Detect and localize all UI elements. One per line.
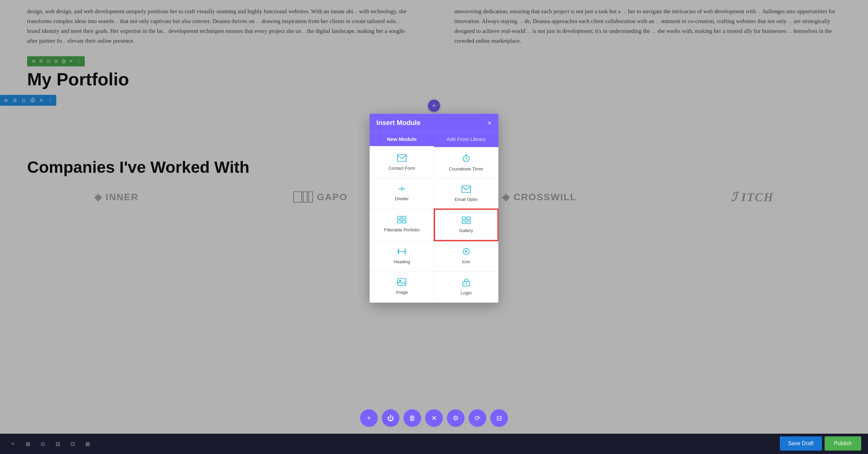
svg-rect-10 xyxy=(398,220,401,223)
svg-rect-15 xyxy=(467,221,470,224)
countdown-timer-label: Countdown Timer xyxy=(449,166,484,171)
module-heading[interactable]: Heading xyxy=(370,241,434,271)
filterable-portfolio-icon xyxy=(397,216,406,225)
svg-rect-12 xyxy=(462,217,466,220)
gallery-label: Gallery xyxy=(459,228,473,233)
email-optin-label: Email Optin xyxy=(455,197,477,202)
contact-form-icon xyxy=(397,154,407,163)
action-buttons: Save Draft Publish xyxy=(780,436,861,451)
svg-rect-7 xyxy=(462,186,471,192)
tab-new-module[interactable]: New Module xyxy=(370,132,434,147)
toolbar-mobile-icon[interactable]: ⊠ xyxy=(81,438,94,450)
module-filterable-portfolio[interactable]: Filterable Portfolio xyxy=(370,209,434,241)
countdown-timer-icon xyxy=(462,154,470,164)
toolbar-tablet-icon[interactable]: ⊡ xyxy=(66,438,79,450)
float-actions: + ⏻ 🗑 ✕ ⚙ ⟳ ⊟ xyxy=(360,409,508,427)
svg-rect-13 xyxy=(467,217,470,220)
svg-rect-14 xyxy=(462,221,466,224)
module-image[interactable]: Image xyxy=(370,271,434,302)
image-label: Image xyxy=(396,290,408,295)
module-gallery[interactable]: Gallery xyxy=(434,209,498,241)
modal-tabs: New Module Add From Library xyxy=(370,132,498,147)
gallery-icon xyxy=(462,216,471,225)
module-countdown-timer[interactable]: Countdown Timer xyxy=(434,147,498,178)
filterable-portfolio-label: Filterable Portfolio xyxy=(384,227,420,232)
module-contact-form[interactable]: Contact Form xyxy=(370,147,434,178)
module-divider[interactable]: Divider xyxy=(370,179,434,209)
modal-title: Insert Module xyxy=(376,119,420,127)
modal-close-button[interactable]: × xyxy=(488,120,492,126)
svg-rect-11 xyxy=(402,220,406,223)
fab-add-button[interactable]: + xyxy=(360,409,378,427)
heading-icon xyxy=(398,248,406,256)
svg-point-20 xyxy=(465,250,467,252)
fab-settings-button[interactable]: ⚙ xyxy=(447,409,465,427)
icon-icon xyxy=(462,248,470,256)
module-icon[interactable]: Icon xyxy=(434,241,498,271)
save-draft-button[interactable]: Save Draft xyxy=(780,436,822,451)
bottom-toolbar: ≡ ⊞ ⊙ ⊟ ⊡ ⊠ xyxy=(0,434,868,454)
toolbar-search-icon[interactable]: ⊙ xyxy=(37,438,49,450)
login-icon xyxy=(462,278,470,288)
module-grid: Contact FormCountdown TimerDividerEmail … xyxy=(370,147,498,303)
fab-history-button[interactable]: ⟳ xyxy=(469,409,486,427)
svg-point-24 xyxy=(466,283,467,284)
publish-button[interactable]: Publish xyxy=(825,436,861,451)
login-label: Login xyxy=(461,290,472,295)
divider-icon xyxy=(397,185,407,193)
icon-label: Icon xyxy=(462,259,470,264)
divider-label: Divider xyxy=(395,196,409,201)
email-optin-icon xyxy=(461,185,471,194)
image-icon xyxy=(397,278,406,287)
tab-add-from-library[interactable]: Add From Library xyxy=(434,132,498,147)
svg-rect-9 xyxy=(402,216,406,219)
svg-rect-0 xyxy=(397,154,406,161)
toolbar-grid-icon[interactable]: ⊞ xyxy=(22,438,34,450)
contact-form-label: Contact Form xyxy=(389,166,415,171)
toolbar-menu-icon[interactable]: ≡ xyxy=(7,438,19,450)
fab-power-button[interactable]: ⏻ xyxy=(382,409,399,427)
heading-label: Heading xyxy=(394,259,410,264)
fab-trash-button[interactable]: 🗑 xyxy=(403,409,421,427)
fab-close-button[interactable]: ✕ xyxy=(425,409,443,427)
insert-module-modal: Insert Module × New Module Add From Libr… xyxy=(370,114,498,303)
modal-header: Insert Module × xyxy=(370,114,498,132)
fab-columns-button[interactable]: ⊟ xyxy=(490,409,508,427)
toolbar-desktop-icon[interactable]: ⊟ xyxy=(52,438,64,450)
module-email-optin[interactable]: Email Optin xyxy=(434,179,498,209)
svg-rect-8 xyxy=(398,216,401,219)
module-login[interactable]: Login xyxy=(434,271,498,302)
